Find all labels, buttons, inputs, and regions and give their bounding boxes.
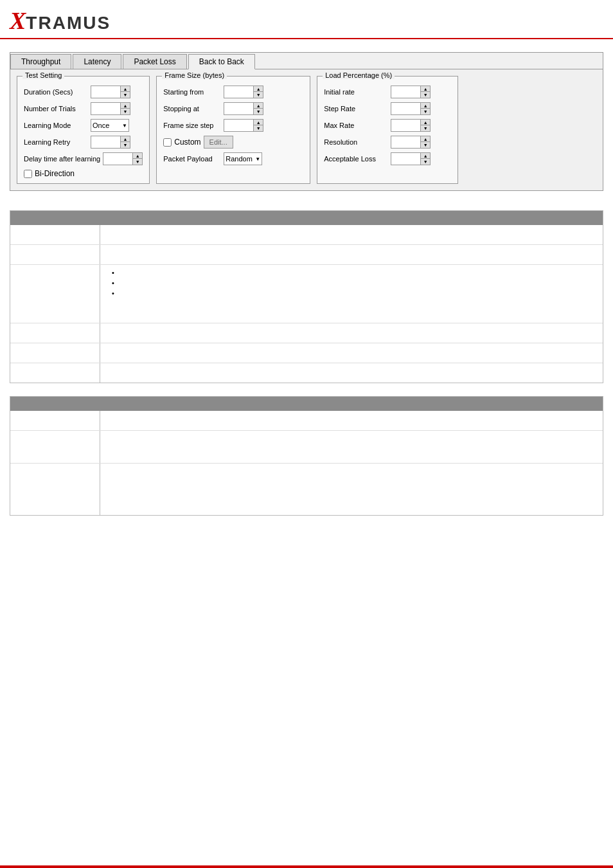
step-rate-row: Step Rate 10 ▲ ▼	[324, 102, 451, 115]
delay-row: Delay time after learning 0.5 ▲ ▼	[24, 152, 143, 165]
duration-down-btn[interactable]: ▼	[121, 92, 130, 98]
starting-from-down-btn[interactable]: ▼	[254, 92, 263, 98]
tab-content: Test Setting Duration (Secs) 3 ▲ ▼	[10, 69, 603, 190]
bullet-item-3	[112, 289, 598, 297]
section-2-row-3-right	[100, 464, 603, 515]
frame-size-step-label: Frame size step	[163, 122, 221, 129]
learning-retry-input[interactable]: 1	[91, 136, 120, 148]
section-1-header	[10, 211, 603, 225]
trials-label: Number of Trials	[24, 105, 88, 113]
trials-spinbox[interactable]: 1 ▲ ▼	[91, 102, 130, 115]
frame-size-step-spinbox-buttons: ▲ ▼	[253, 120, 263, 131]
packet-payload-dropdown[interactable]: Random ▼	[224, 152, 262, 165]
trials-input[interactable]: 1	[91, 103, 120, 114]
load-percentage-group: Load Percentage (%) Initial rate 50 ▲ ▼	[317, 76, 458, 184]
frame-size-step-input[interactable]: 64	[224, 120, 253, 131]
learning-mode-row: Learning Mode Once ▼	[24, 119, 143, 132]
learning-retry-down-btn[interactable]: ▼	[121, 142, 130, 148]
max-rate-down-btn[interactable]: ▼	[421, 125, 430, 131]
section-2-row-2-left	[10, 431, 100, 463]
tab-throughput[interactable]: Throughput	[10, 54, 71, 69]
section-1-row-3-left	[10, 265, 100, 323]
section-1-row-4	[10, 323, 603, 343]
initial-rate-spinbox[interactable]: 50 ▲ ▼	[391, 86, 431, 98]
delay-down-btn[interactable]: ▼	[133, 159, 142, 165]
section-1-row-5-left	[10, 343, 100, 363]
initial-rate-up-btn[interactable]: ▲	[421, 86, 430, 92]
stopping-at-row: Stopping at 128 ▲ ▼	[163, 102, 303, 115]
resolution-up-btn[interactable]: ▲	[421, 136, 430, 142]
step-rate-up-btn[interactable]: ▲	[421, 103, 430, 109]
learning-retry-spinbox-buttons: ▲ ▼	[120, 136, 130, 148]
duration-up-btn[interactable]: ▲	[121, 86, 130, 92]
initial-rate-input[interactable]: 50	[391, 86, 420, 98]
bidirection-label: Bi-Direction	[35, 169, 75, 178]
acceptable-loss-input[interactable]: 0	[391, 153, 420, 165]
starting-from-spinbox[interactable]: 64 ▲ ▼	[224, 86, 263, 98]
max-rate-up-btn[interactable]: ▲	[421, 120, 430, 125]
edit-button[interactable]: Edit...	[204, 136, 233, 149]
learning-retry-spinbox[interactable]: 1 ▲ ▼	[91, 136, 130, 149]
max-rate-spinbox[interactable]: 100 ▲ ▼	[391, 119, 431, 132]
duration-spinbox-buttons: ▲ ▼	[120, 86, 130, 98]
resolution-spinbox[interactable]: 1 ▲ ▼	[391, 136, 431, 149]
section-1-row-4-right	[100, 323, 603, 343]
bidirection-checkbox[interactable]	[24, 170, 32, 178]
frame-size-step-spinbox[interactable]: 64 ▲ ▼	[224, 119, 263, 132]
load-percentage-title: Load Percentage (%)	[323, 71, 395, 79]
stopping-at-down-btn[interactable]: ▼	[254, 109, 263, 114]
initial-rate-down-btn[interactable]: ▼	[421, 92, 430, 98]
stopping-at-input[interactable]: 128	[224, 103, 253, 114]
starting-from-up-btn[interactable]: ▲	[254, 86, 263, 92]
starting-from-input[interactable]: 64	[224, 86, 253, 98]
trials-down-btn[interactable]: ▼	[121, 109, 130, 114]
bottom-red-line	[0, 865, 613, 868]
custom-checkbox[interactable]	[163, 138, 172, 147]
duration-spinbox[interactable]: 3 ▲ ▼	[91, 86, 130, 98]
step-rate-input[interactable]: 10	[391, 103, 420, 114]
learning-mode-dropdown[interactable]: Once ▼	[91, 119, 129, 132]
acceptable-loss-spinbox[interactable]: 0 ▲ ▼	[391, 152, 431, 165]
max-rate-input[interactable]: 100	[391, 120, 420, 131]
delay-up-btn[interactable]: ▲	[133, 153, 142, 159]
learning-retry-label: Learning Retry	[24, 138, 88, 146]
section-1-row-4-left	[10, 323, 100, 343]
resolution-input[interactable]: 1	[391, 136, 420, 148]
trials-row: Number of Trials 1 ▲ ▼	[24, 102, 143, 115]
tab-latency[interactable]: Latency	[73, 54, 121, 69]
step-rate-spinbox[interactable]: 10 ▲ ▼	[391, 102, 431, 115]
delay-input[interactable]: 0.5	[103, 153, 132, 165]
acceptable-loss-down-btn[interactable]: ▼	[421, 159, 430, 165]
frame-size-step-up-btn[interactable]: ▲	[254, 120, 263, 125]
resolution-label: Resolution	[324, 138, 388, 146]
section-1-row-6-right	[100, 363, 603, 383]
stopping-at-up-btn[interactable]: ▲	[254, 103, 263, 109]
packet-payload-dropdown-arrow-icon: ▼	[255, 156, 260, 162]
tab-back-to-back[interactable]: Back to Back	[188, 54, 255, 69]
max-rate-label: Max Rate	[324, 122, 388, 129]
duration-row: Duration (Secs) 3 ▲ ▼	[24, 86, 143, 98]
stopping-at-spinbox[interactable]: 128 ▲ ▼	[224, 102, 263, 115]
section-1-row-1-left	[10, 225, 100, 244]
step-rate-label: Step Rate	[324, 105, 388, 113]
section-2-row-1-right	[100, 411, 603, 430]
test-setting-group: Test Setting Duration (Secs) 3 ▲ ▼	[17, 76, 150, 184]
duration-input[interactable]: 3	[91, 86, 120, 98]
dropdown-arrow-icon: ▼	[122, 123, 127, 129]
section-1-row-6	[10, 363, 603, 383]
section-2-row-2	[10, 431, 603, 464]
tab-bar: Throughput Latency Packet Loss Back to B…	[10, 53, 603, 69]
section-2-row-3	[10, 464, 603, 515]
acceptable-loss-up-btn[interactable]: ▲	[421, 153, 430, 159]
step-rate-down-btn[interactable]: ▼	[421, 109, 430, 114]
learning-retry-up-btn[interactable]: ▲	[121, 136, 130, 142]
section-1-row-5-right	[100, 343, 603, 363]
delay-spinbox[interactable]: 0.5 ▲ ▼	[103, 152, 143, 165]
tab-packet-loss[interactable]: Packet Loss	[123, 54, 186, 69]
section-1-row-1	[10, 225, 603, 245]
trials-up-btn[interactable]: ▲	[121, 103, 130, 109]
resolution-down-btn[interactable]: ▼	[421, 142, 430, 148]
step-rate-spinbox-buttons: ▲ ▼	[420, 103, 430, 114]
section-table-1	[10, 210, 603, 383]
frame-size-step-down-btn[interactable]: ▼	[254, 125, 263, 131]
